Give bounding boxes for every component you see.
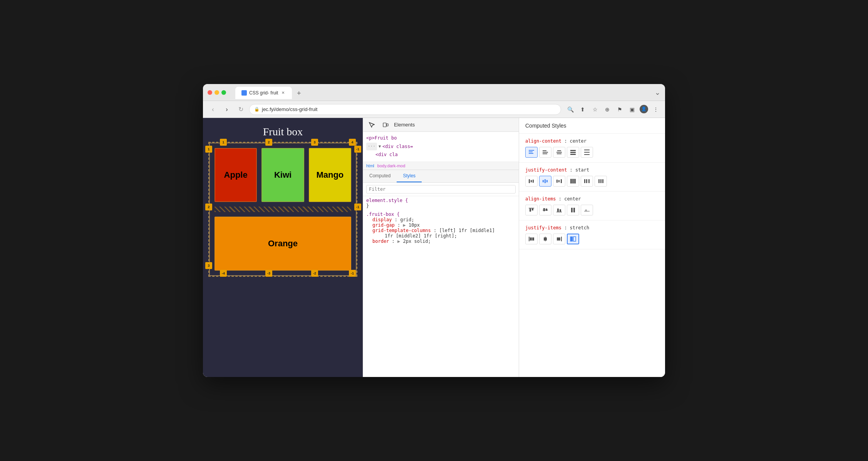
main-content: Fruit box 1 2 3 4 1 2 3 -1 -1 -4 -3 -2 -… bbox=[203, 118, 665, 377]
ai-center-btn[interactable] bbox=[539, 205, 551, 215]
refresh-button[interactable]: ↻ bbox=[235, 104, 246, 115]
forward-button[interactable]: › bbox=[221, 104, 232, 115]
tab-close-button[interactable]: ✕ bbox=[280, 90, 286, 96]
computed-styles-panel: Computed Styles align-content : center bbox=[519, 118, 665, 377]
jc-between-btn[interactable] bbox=[581, 176, 593, 187]
element-picker-icon[interactable] bbox=[366, 119, 377, 130]
css-rule-element-style: element.style { } bbox=[366, 198, 516, 209]
tab-styles[interactable]: Styles bbox=[397, 170, 422, 182]
filter-input[interactable] bbox=[366, 185, 516, 193]
align-content-start-btn[interactable] bbox=[525, 147, 538, 158]
grid-marker-bot-neg1: -1 bbox=[349, 270, 356, 277]
page-title: Fruit box bbox=[203, 118, 363, 138]
device-mode-icon[interactable] bbox=[380, 119, 391, 130]
svg-rect-22 bbox=[546, 180, 548, 182]
ai-stretch-btn[interactable] bbox=[567, 205, 579, 215]
align-content-between-btn[interactable] bbox=[581, 147, 593, 158]
ji-start-btn[interactable] bbox=[525, 234, 538, 244]
svg-rect-20 bbox=[543, 180, 544, 182]
share-icon[interactable]: ⬆ bbox=[578, 105, 587, 114]
align-content-end-btn[interactable] bbox=[539, 147, 551, 158]
ji-center-btn[interactable] bbox=[539, 234, 551, 244]
tab-favicon bbox=[241, 90, 247, 96]
breadcrumb-html[interactable]: html bbox=[366, 163, 374, 168]
expand-triangle[interactable]: ▼ bbox=[379, 143, 381, 150]
svg-rect-49 bbox=[530, 237, 532, 241]
grid-wrapper: 1 2 3 4 1 2 3 -1 -1 -4 -3 -2 -1 Apple bbox=[209, 143, 357, 276]
ai-start-btn[interactable] bbox=[525, 205, 538, 215]
jc-around-btn[interactable] bbox=[595, 176, 607, 187]
tab-computed[interactable]: Computed bbox=[363, 170, 397, 182]
align-items-section: align-items : center bbox=[519, 192, 665, 220]
svg-rect-28 bbox=[574, 179, 576, 183]
css-prop-display: display : grid; bbox=[366, 217, 516, 222]
svg-rect-37 bbox=[532, 209, 533, 210]
jc-start-btn[interactable] bbox=[525, 176, 538, 187]
grid-marker-left-1: 1 bbox=[205, 146, 212, 153]
fruit-grid: Apple Kiwi Mango Orange bbox=[209, 143, 357, 276]
browser-window: CSS grid- fruit ✕ + ⌄ ‹ › ↻ 🔒 jec.fyi/de… bbox=[203, 84, 665, 377]
svg-rect-11 bbox=[570, 150, 576, 151]
maximize-button[interactable] bbox=[221, 90, 226, 95]
svg-rect-29 bbox=[584, 179, 585, 183]
ai-end-btn[interactable] bbox=[553, 205, 565, 215]
url-bar[interactable]: 🔒 jec.fyi/demo/css-grid-fruit bbox=[249, 104, 561, 115]
border-expand[interactable]: ▶ bbox=[397, 239, 400, 244]
svg-rect-36 bbox=[530, 209, 531, 212]
flag-icon[interactable]: ⚑ bbox=[615, 105, 624, 114]
svg-rect-50 bbox=[532, 237, 534, 241]
devtools-toolbar: Elements bbox=[363, 118, 519, 132]
active-tab[interactable]: CSS grid- fruit ✕ bbox=[235, 87, 292, 99]
align-content-center-btn[interactable] bbox=[553, 147, 565, 158]
ji-stretch-btn[interactable] bbox=[567, 234, 579, 244]
jc-center-btn[interactable] bbox=[539, 176, 551, 187]
grid-gap-expand[interactable]: ▶ bbox=[403, 222, 406, 228]
more-menu-icon[interactable]: ⋮ bbox=[651, 105, 660, 114]
svg-rect-18 bbox=[531, 180, 532, 182]
back-button[interactable]: ‹ bbox=[208, 104, 218, 115]
ai-baseline-btn[interactable]: A bbox=[581, 205, 593, 215]
close-button[interactable] bbox=[208, 90, 212, 95]
svg-rect-8 bbox=[557, 150, 561, 151]
breadcrumb-body[interactable]: body.dark-mod bbox=[377, 163, 406, 168]
ji-end-btn[interactable] bbox=[553, 234, 565, 244]
url-text: jec.fyi/demo/css-grid-fruit bbox=[262, 106, 317, 112]
jc-stretch-btn[interactable] bbox=[567, 176, 579, 187]
zoom-icon[interactable]: 🔍 bbox=[566, 105, 575, 114]
css-rule-fruit-box: .fruit-box { display : grid; grid-gap : … bbox=[366, 212, 516, 244]
expand-dots[interactable]: ··· bbox=[366, 143, 377, 150]
svg-rect-43 bbox=[560, 209, 561, 212]
align-content-section: align-content : center bbox=[519, 134, 665, 163]
layout-icon[interactable]: ▣ bbox=[627, 105, 637, 114]
new-tab-button[interactable]: + bbox=[293, 88, 304, 99]
webpage-area: Fruit box 1 2 3 4 1 2 3 -1 -1 -4 -3 -2 -… bbox=[203, 118, 363, 377]
window-menu-icon[interactable]: ⌄ bbox=[655, 88, 660, 97]
toolbar-icons: 🔍 ⬆ ☆ ⊕ ⚑ ▣ 👤 ⋮ bbox=[566, 105, 660, 114]
svg-rect-30 bbox=[586, 179, 587, 183]
css-selector-fruit-box: .fruit-box { bbox=[366, 212, 400, 217]
grid-marker-2: 2 bbox=[265, 139, 272, 146]
css-close-brace: } bbox=[366, 203, 369, 209]
svg-rect-21 bbox=[545, 179, 546, 183]
grid-marker-neg1: -1 bbox=[354, 146, 361, 153]
svg-rect-24 bbox=[558, 180, 560, 182]
jc-end-btn[interactable] bbox=[553, 176, 565, 187]
svg-rect-52 bbox=[544, 237, 545, 241]
grid-marker-bot-neg3: -3 bbox=[265, 270, 272, 277]
extension-icon[interactable]: ⊕ bbox=[603, 105, 612, 114]
svg-rect-45 bbox=[573, 208, 575, 212]
bookmark-icon[interactable]: ☆ bbox=[590, 105, 600, 114]
svg-rect-10 bbox=[557, 153, 561, 154]
profile-icon[interactable]: 👤 bbox=[640, 105, 648, 113]
css-prop-border: border : ▶ 2px solid; bbox=[366, 239, 516, 244]
justify-content-prop: justify-content : start bbox=[525, 167, 659, 173]
svg-rect-12 bbox=[570, 152, 576, 153]
computed-styles-title: Computed Styles bbox=[519, 118, 665, 134]
justify-content-buttons bbox=[525, 176, 659, 187]
tab-title: CSS grid- fruit bbox=[249, 90, 278, 96]
html-tree: <p>Fruit bo ··· ▼ <div class= <div cla bbox=[363, 132, 519, 162]
align-content-stretch-btn[interactable] bbox=[567, 147, 579, 158]
svg-rect-26 bbox=[570, 179, 572, 183]
elements-tab-label[interactable]: Elements bbox=[394, 122, 415, 128]
minimize-button[interactable] bbox=[214, 90, 219, 95]
